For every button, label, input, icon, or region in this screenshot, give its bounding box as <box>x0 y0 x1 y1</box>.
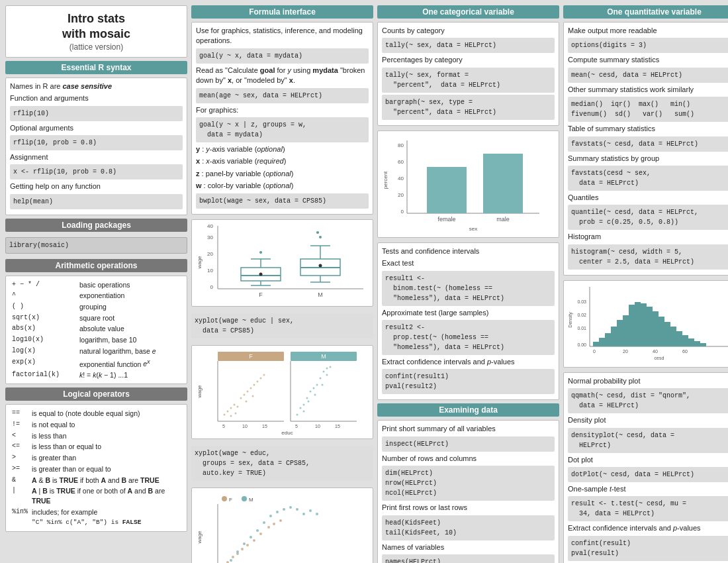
op-exp: ^ exponentiation <box>10 290 183 301</box>
svg-point-55 <box>263 374 265 376</box>
mean-code: mean(~ cesd, data = HELPrct) <box>568 68 728 83</box>
svg-point-59 <box>252 395 254 397</box>
svg-text:20: 20 <box>398 192 404 198</box>
op-basic-sym: + − * / <box>10 280 77 291</box>
op-gte-desc: is greater than or equal to <box>30 464 183 475</box>
svg-text:80: 80 <box>398 142 404 148</box>
svg-point-103 <box>269 515 272 517</box>
op-gt-sym: > <box>10 452 30 464</box>
svg-point-100 <box>250 536 252 538</box>
svg-text:15: 15 <box>262 424 267 429</box>
svg-point-43 <box>224 413 226 415</box>
svg-text:Density: Density <box>568 312 573 328</box>
formula-code3: goal(y ~ x | z, groups = w, data = mydat… <box>196 117 369 142</box>
op-in: %in% includes; for example <box>10 507 183 518</box>
by-group-label: Summary statistics by group <box>568 154 728 164</box>
svg-point-60 <box>296 413 298 415</box>
densityplot-code: densityplot(~ cesd, data = HELPrct) <box>568 428 728 453</box>
svg-point-25 <box>259 272 263 276</box>
op-log-desc: natural logarithm, base e <box>77 346 183 357</box>
op-group-desc: grouping <box>77 301 183 313</box>
svg-point-61 <box>300 407 302 409</box>
op-and-desc: A & B is TRUE if both A and B are TRUE <box>30 475 183 486</box>
svg-rect-142 <box>629 305 635 346</box>
prop-code: result2 <- prop.test(~ (homeless == "hom… <box>382 320 555 355</box>
svg-text:0.01: 0.01 <box>577 326 586 331</box>
svg-point-94 <box>267 526 270 529</box>
formula-header: Formula interface <box>191 5 373 19</box>
other-stats-label: Other summary statistics work similarly <box>568 85 728 95</box>
svg-point-70 <box>330 366 332 368</box>
op-neq-sym: != <box>10 419 30 431</box>
svg-text:40: 40 <box>207 223 213 229</box>
svg-text:20: 20 <box>623 349 628 354</box>
svg-text:M: M <box>321 353 326 360</box>
svg-text:30: 30 <box>207 234 213 240</box>
svg-point-97 <box>230 559 232 562</box>
extract-ci-label2: Extract confidence intervals and p-value… <box>568 523 728 533</box>
op-log-sym: log(x) <box>10 346 77 357</box>
svg-point-23 <box>319 236 322 238</box>
svg-text:5: 5 <box>222 424 225 429</box>
favstats-code1: favstats(~ cesd, data = HELPrct) <box>568 136 728 152</box>
svg-point-104 <box>276 511 279 513</box>
op-lte-sym: <= <box>10 441 30 452</box>
svg-text:percent: percent <box>383 171 388 189</box>
bargraph-svg: 0 20 40 60 80 percent female male sex <box>381 134 553 233</box>
one-quant-content: Make output more readable options(digits… <box>563 22 728 276</box>
print-short-label: Print short summary of all variables <box>382 424 555 434</box>
svg-point-74 <box>322 384 324 385</box>
op-log10-desc: logarithm, base 10 <box>77 334 183 346</box>
svg-text:5: 5 <box>295 424 298 429</box>
svg-point-95 <box>273 523 275 525</box>
inspect-code: inspect(HELPrct) <box>382 436 555 452</box>
op-lt-sym: < <box>10 431 30 442</box>
normal-label: Normal probability plot <box>568 376 728 386</box>
tests-ci-label: Tests and confidence intervals <box>382 246 555 256</box>
histogram-code: histogram(~ cesd, width = 5, center = 2.… <box>568 244 728 270</box>
svg-text:0.02: 0.02 <box>577 313 586 317</box>
confint-pval-code: confint(result1)pval(result2) <box>382 369 555 394</box>
svg-point-102 <box>263 521 265 524</box>
bargraph-code: bargraph(~ sex, type = "percent", data =… <box>382 95 555 120</box>
op-sqrt: sqrt(x) square root <box>10 313 183 324</box>
svg-point-50 <box>247 390 249 392</box>
svg-text:10: 10 <box>207 268 213 274</box>
rflip10-code: rflip(10) <box>10 106 183 121</box>
svg-text:0: 0 <box>401 209 404 215</box>
op-and: & A & B is TRUE if both A and B are TRUE <box>10 475 183 486</box>
svg-point-98 <box>236 550 239 553</box>
svg-point-62 <box>303 403 305 405</box>
op-eq-sym: == <box>10 408 30 419</box>
svg-text:15: 15 <box>335 424 340 429</box>
svg-text:20: 20 <box>207 251 213 257</box>
svg-rect-144 <box>641 303 647 346</box>
histogram-chart: 0.00 0.01 0.02 0.03 Density 0 20 40 60 c… <box>563 280 728 368</box>
svg-point-93 <box>259 533 262 535</box>
op-lt: < is less than <box>10 431 183 442</box>
scatter-panel-chart: F M wage 5 10 15 5 10 15 educ <box>191 345 373 439</box>
op-gte: >= is greater than or equal to <box>10 464 183 475</box>
op-basic: + − * / basic operations <box>10 280 183 291</box>
svg-point-78 <box>242 496 247 501</box>
svg-text:wage: wage <box>197 384 203 398</box>
scatter-panel-svg: F M wage 5 10 15 5 10 15 educ <box>195 348 367 435</box>
svg-point-72 <box>308 400 310 402</box>
other-stats-code: median() iqr() max() min()fivenum() sd()… <box>568 97 728 122</box>
summary-label: Compute summary statistics <box>568 55 728 65</box>
readable-label: Make output more readable <box>568 26 728 36</box>
svg-point-105 <box>283 508 285 511</box>
svg-rect-136 <box>593 342 599 346</box>
rflip-prob-code: rflip(10, prob = 0.8) <box>10 135 183 150</box>
table-summary-label: Table of summary statistics <box>568 124 728 134</box>
svg-text:M: M <box>249 497 253 503</box>
svg-point-110 <box>316 513 318 515</box>
optional-args-label: Optional arguments <box>10 123 183 133</box>
op-factorial-sym: factorial(k) <box>10 370 77 381</box>
svg-point-66 <box>316 384 318 385</box>
svg-text:0: 0 <box>210 284 214 290</box>
boxplot-chart: 0 10 20 30 40 wage F M <box>191 219 373 307</box>
svg-text:F: F <box>259 291 263 298</box>
op-or: | A | B is TRUE if one or both of A and … <box>10 486 183 506</box>
svg-point-69 <box>326 367 328 369</box>
